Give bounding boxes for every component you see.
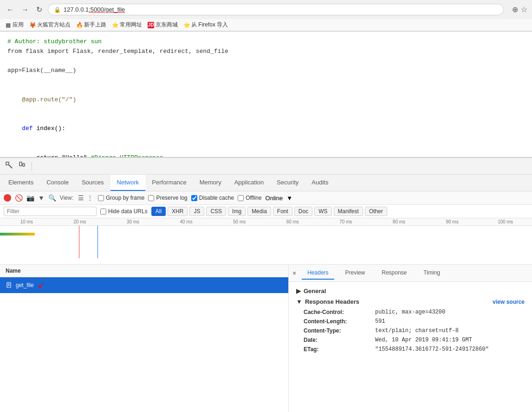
detail-close-button[interactable]: × bbox=[292, 269, 296, 277]
bookmark-newbie[interactable]: 🔥 新手上路 bbox=[76, 21, 106, 29]
svg-rect-2 bbox=[19, 162, 22, 166]
firefox-icon: 🦊 bbox=[29, 22, 36, 28]
timeline-mark-60: 60 ms bbox=[266, 219, 319, 224]
tab-memory[interactable]: Memory bbox=[193, 175, 228, 191]
code-line-4: app=Flask(__name__) bbox=[7, 66, 525, 76]
tab-security[interactable]: Security bbox=[270, 175, 305, 191]
code-line-1: # Author: studybrother sun bbox=[7, 37, 525, 47]
tab-console[interactable]: Console bbox=[40, 175, 75, 191]
bookmark-jd-label: 京东商城 bbox=[156, 21, 178, 29]
bookmark-jd[interactable]: JD 京东商城 bbox=[148, 21, 178, 29]
svg-rect-0 bbox=[6, 162, 9, 165]
filter-xhr[interactable]: XHR bbox=[168, 207, 188, 216]
code-line-7: def index(): bbox=[7, 114, 525, 143]
preserve-log-label[interactable]: Preserve log bbox=[148, 195, 187, 201]
tab-sources[interactable]: Sources bbox=[75, 175, 110, 191]
import-icon: ⭐ bbox=[183, 22, 190, 28]
inspect-element-button[interactable] bbox=[4, 160, 15, 172]
detail-tab-timing[interactable]: Timing bbox=[418, 267, 446, 280]
list-view-button[interactable]: ☰ bbox=[77, 193, 85, 203]
filter-css[interactable]: CSS bbox=[206, 207, 226, 216]
timeline-ruler: 10 ms 20 ms 30 ms 40 ms 50 ms 60 ms 70 m… bbox=[0, 218, 532, 226]
offline-checkbox[interactable] bbox=[238, 195, 244, 201]
bookmark-import[interactable]: ⭐ 从 Firefox 导入 bbox=[183, 21, 228, 29]
offline-text: Offline bbox=[246, 195, 261, 201]
bookmark-apps[interactable]: ▦ 应用 bbox=[5, 21, 24, 29]
search-button[interactable]: 🔍 bbox=[48, 194, 56, 202]
filter-ws[interactable]: WS bbox=[314, 207, 331, 216]
nav-bar: ← → ↻ 🔒 127.0.0.1:5000/get_file ⊕ ☆ bbox=[0, 0, 532, 19]
header-row-date: Date: Wed, 10 Apr 2019 09:41:19 GMT bbox=[304, 337, 525, 343]
waterfall-view-button[interactable]: ⋮ bbox=[86, 193, 94, 203]
filter-button[interactable]: ▼ bbox=[38, 194, 45, 202]
group-by-frame-text: Group by frame bbox=[106, 195, 144, 201]
browser-chrome: ← → ↻ 🔒 127.0.0.1:5000/get_file ⊕ ☆ ▦ 应用… bbox=[0, 0, 532, 32]
disable-cache-checkbox[interactable] bbox=[191, 195, 197, 201]
common-icon: ⭐ bbox=[112, 22, 118, 28]
detail-tab-headers[interactable]: Headers bbox=[302, 267, 334, 280]
filter-input[interactable] bbox=[4, 207, 97, 216]
hide-data-urls-text: Hide data URLs bbox=[108, 208, 148, 215]
filter-img[interactable]: Img bbox=[228, 207, 246, 216]
detail-tab-response[interactable]: Response bbox=[376, 267, 412, 280]
forward-button[interactable]: → bbox=[19, 5, 31, 15]
timeline-area: 10 ms 20 ms 30 ms 40 ms 50 ms 60 ms 70 m… bbox=[0, 218, 532, 265]
offline-label[interactable]: Offline bbox=[238, 195, 261, 201]
bookmark-firefox[interactable]: 🦊 火狐官方站点 bbox=[29, 21, 71, 29]
header-row-content-length: Content-Length: 591 bbox=[304, 318, 525, 325]
filter-other[interactable]: Other bbox=[365, 207, 387, 216]
detail-tab-preview[interactable]: Preview bbox=[340, 267, 371, 280]
filter-all[interactable]: All bbox=[151, 207, 166, 216]
header-value-etag: "1554889174.3616772-591-249172860" bbox=[375, 346, 489, 353]
header-key-date: Date: bbox=[304, 337, 373, 343]
hide-data-urls-checkbox[interactable] bbox=[100, 209, 106, 215]
filter-js[interactable]: JS bbox=[189, 207, 204, 216]
zoom-button[interactable]: ⊕ bbox=[512, 5, 518, 14]
url-suffix: :5000/get_file bbox=[89, 6, 125, 13]
dropdown-arrow[interactable]: ▼ bbox=[286, 195, 292, 202]
svg-line-1 bbox=[9, 165, 12, 168]
bookmark-common[interactable]: ⭐ 常用网址 bbox=[112, 21, 142, 29]
device-toolbar-button[interactable] bbox=[17, 160, 28, 172]
screenshot-button[interactable]: 📷 bbox=[26, 194, 34, 202]
code-line-2: from flask import Flask, render_template… bbox=[7, 47, 525, 57]
tab-application[interactable]: Application bbox=[228, 175, 271, 191]
address-bar[interactable]: 🔒 127.0.0.1:5000/get_file bbox=[48, 4, 504, 15]
filter-media[interactable]: Media bbox=[247, 207, 271, 216]
group-by-frame-label[interactable]: Group by frame bbox=[98, 195, 144, 201]
name-column-header: Name bbox=[6, 268, 21, 274]
toolbar-separator bbox=[32, 162, 32, 171]
devtools-tabs: Elements Console Sources Network Perform… bbox=[0, 175, 532, 191]
view-source-link[interactable]: view source bbox=[493, 299, 525, 305]
func-name-1: index(): bbox=[36, 125, 65, 132]
general-arrow: ▶ bbox=[296, 288, 301, 294]
nav-icons: ⊕ ☆ bbox=[512, 5, 527, 14]
code-line-3 bbox=[7, 57, 525, 66]
filter-manifest[interactable]: Manifest bbox=[334, 207, 363, 216]
timeline-mark-100: 100 ms bbox=[479, 219, 532, 224]
response-headers-content: Cache-Control: public, max-age=43200 Con… bbox=[296, 309, 525, 353]
tab-elements[interactable]: Elements bbox=[2, 175, 40, 191]
clear-button[interactable]: 🚫 bbox=[15, 194, 23, 202]
disable-cache-label[interactable]: Disable cache bbox=[191, 195, 234, 201]
refresh-button[interactable]: ↻ bbox=[34, 4, 44, 15]
timeline-mark-40: 40 ms bbox=[160, 219, 213, 224]
star-button[interactable]: ☆ bbox=[521, 5, 527, 14]
header-row-etag: ETag: "1554889174.3616772-591-249172860" bbox=[304, 346, 525, 353]
tab-audits[interactable]: Audits bbox=[305, 175, 335, 191]
filter-font[interactable]: Font bbox=[273, 207, 292, 216]
devtools-toolbar bbox=[0, 158, 532, 175]
file-row-get-file[interactable]: get_file ↙ bbox=[0, 277, 288, 293]
hide-data-urls-label[interactable]: Hide data URLs bbox=[100, 208, 148, 215]
tab-network[interactable]: Network bbox=[110, 175, 146, 191]
header-row-cache-control: Cache-Control: public, max-age=43200 bbox=[304, 309, 525, 315]
filter-doc[interactable]: Doc bbox=[294, 207, 312, 216]
tab-performance[interactable]: Performance bbox=[145, 175, 193, 191]
jd-icon: JD bbox=[148, 22, 154, 28]
response-headers-section-header[interactable]: ▼ Response Headers view source bbox=[296, 298, 525, 305]
group-by-frame-checkbox[interactable] bbox=[98, 195, 104, 201]
preserve-log-checkbox[interactable] bbox=[148, 195, 154, 201]
record-button[interactable] bbox=[4, 194, 11, 202]
back-button[interactable]: ← bbox=[5, 5, 16, 15]
general-section-header[interactable]: ▶ General bbox=[296, 288, 525, 294]
